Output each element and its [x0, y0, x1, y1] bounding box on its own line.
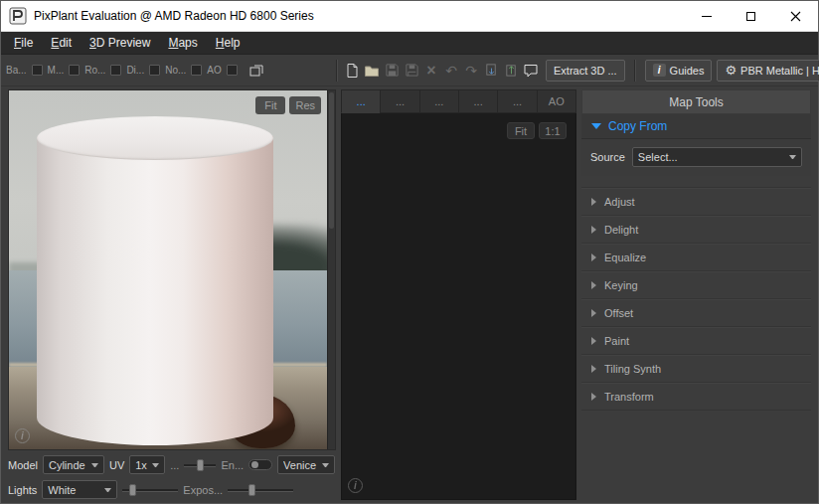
chevron-right-icon — [591, 309, 596, 317]
close-project-button[interactable]: × — [421, 60, 441, 82]
save-button[interactable] — [382, 60, 402, 82]
preview-column: Fit Res i Model Cylinde UV 1x — [8, 89, 336, 500]
maximize-button[interactable] — [729, 1, 773, 31]
speech-bubble-icon — [523, 63, 539, 79]
map-tools-panel: Map Tools Copy From Source Select... Adj… — [581, 89, 811, 500]
uv-scale-value: 1x — [135, 459, 148, 471]
environment-toggle[interactable] — [248, 459, 272, 470]
map-visibility-toggles: Ba... M... Ro... Di... No... AO — [6, 60, 332, 82]
map-fit-button[interactable]: Fit — [507, 122, 535, 139]
redo-button[interactable]: ↷ — [461, 60, 481, 82]
section-paint[interactable]: Paint — [581, 327, 811, 355]
main-content: Fit Res i Model Cylinde UV 1x — [1, 86, 818, 504]
toggle-ao-checkbox[interactable] — [227, 65, 238, 76]
minimize-button[interactable] — [684, 1, 729, 31]
app-logo-icon — [9, 7, 27, 25]
source-label: Source — [590, 151, 625, 163]
map-tab-3[interactable]: ... — [419, 89, 459, 113]
comments-button[interactable] — [521, 60, 541, 82]
chevron-right-icon — [591, 365, 596, 373]
guides-info-icon: i — [653, 64, 666, 77]
preview-3d-viewport[interactable]: Fit Res i — [8, 89, 336, 450]
pbr-mode-label: PBR Metallic | H+V — [740, 65, 819, 77]
map-tab-1[interactable]: ... — [341, 89, 381, 113]
toggle-metallic-checkbox[interactable] — [69, 65, 80, 76]
viewport-info-icon[interactable]: i — [15, 428, 30, 443]
extract-3d-label: Extract 3D ... — [554, 65, 617, 77]
viewport-scrollbar-thumb[interactable] — [329, 92, 334, 229]
map-one-to-one-button[interactable]: 1:1 — [539, 122, 567, 139]
light-intensity-slider[interactable] — [122, 483, 178, 497]
model-select-value: Cylinde — [49, 459, 87, 471]
copy-from-section-header[interactable]: Copy From — [581, 114, 811, 139]
toolbar: Ba... M... Ro... Di... No... AO — [1, 55, 818, 86]
section-adjust[interactable]: Adjust — [581, 188, 811, 216]
toggle-normal-label: No... — [165, 65, 186, 76]
section-offset[interactable]: Offset — [581, 299, 811, 327]
import-map-button[interactable] — [481, 60, 501, 82]
gear-icon: ⚙ — [725, 64, 737, 77]
lights-select[interactable]: White — [42, 480, 117, 499]
chevron-right-icon — [591, 198, 596, 206]
new-project-button[interactable] — [342, 60, 362, 82]
map-view-column: ... ... ... ... ... AO Fit 1:1 i — [341, 89, 576, 500]
environment-select[interactable]: Venice — [277, 455, 335, 474]
menu-help[interactable]: Help — [207, 33, 249, 53]
toggle-roughness-checkbox[interactable] — [110, 65, 121, 76]
displacement-slider[interactable] — [184, 458, 216, 472]
chevron-down-icon — [152, 463, 159, 467]
viewport-scrollbar[interactable] — [327, 90, 335, 449]
toolbar-separator-2 — [634, 60, 636, 82]
more-options-button[interactable]: ... — [170, 459, 179, 471]
section-transform[interactable]: Transform — [581, 383, 811, 411]
titlebar: PixPlant Evaluation @ AMD Radeon HD 6800… — [1, 1, 818, 32]
toggle-normal-checkbox[interactable] — [191, 65, 202, 76]
uv-scale-select[interactable]: 1x — [129, 455, 165, 474]
map-tab-4[interactable]: ... — [458, 89, 498, 113]
viewport-buttons: Fit Res — [255, 96, 321, 114]
menu-edit[interactable]: Edit — [42, 33, 81, 53]
section-adjust-label: Adjust — [604, 196, 635, 208]
chevron-right-icon — [591, 337, 596, 345]
model-select[interactable]: Cylinde — [43, 455, 104, 474]
exposure-label: Expos... — [183, 484, 223, 496]
light-intensity-slider-thumb[interactable] — [129, 484, 136, 496]
map-canvas[interactable]: Fit 1:1 i — [341, 113, 576, 500]
menu-3d-preview[interactable]: 3D Preview — [81, 33, 159, 53]
chevron-down-icon — [591, 123, 601, 129]
export-map-button[interactable] — [501, 60, 521, 82]
section-equalize[interactable]: Equalize — [581, 244, 811, 271]
viewport-res-button[interactable]: Res — [289, 96, 321, 114]
menu-maps[interactable]: Maps — [159, 33, 206, 53]
pbr-mode-button[interactable]: ⚙ PBR Metallic | H+V — [717, 60, 819, 82]
toggle-displacement-checkbox[interactable] — [149, 65, 160, 76]
extract-3d-button[interactable]: Extract 3D ... — [546, 60, 625, 82]
import-icon — [484, 63, 499, 78]
section-keying[interactable]: Keying — [581, 271, 811, 299]
toggle-base-checkbox[interactable] — [32, 65, 43, 76]
map-tabs: ... ... ... ... ... AO — [341, 89, 576, 113]
menu-file[interactable]: File — [5, 33, 42, 53]
section-delight[interactable]: Delight — [581, 216, 811, 244]
save-as-button[interactable] — [402, 60, 421, 82]
map-tab-ao[interactable]: AO — [537, 89, 576, 113]
undo-button[interactable]: ↶ — [441, 60, 461, 82]
environment-select-value: Venice — [283, 459, 318, 471]
section-tiling-synth[interactable]: Tiling Synth — [581, 355, 811, 383]
map-tab-5[interactable]: ... — [497, 89, 537, 113]
exposure-slider[interactable] — [228, 483, 293, 497]
source-select[interactable]: Select... — [632, 147, 802, 167]
window-title: PixPlant Evaluation @ AMD Radeon HD 6800… — [34, 9, 314, 23]
exposure-slider-thumb[interactable] — [248, 484, 255, 496]
close-button[interactable] — [773, 1, 818, 31]
open-button[interactable] — [362, 60, 382, 82]
displacement-slider-thumb[interactable] — [197, 459, 204, 471]
map-tab-2[interactable]: ... — [380, 89, 419, 113]
toolbar-right-group: Extract 3D ... i Guides ⚙ PBR Metallic |… — [521, 60, 819, 82]
map-info-icon[interactable]: i — [348, 478, 363, 493]
guides-button[interactable]: i Guides — [645, 60, 713, 82]
tool-sections: Adjust Delight Equalize Keying Offset — [581, 187, 811, 411]
viewport-fit-button[interactable]: Fit — [255, 96, 285, 114]
popout-view-button[interactable] — [246, 60, 266, 82]
copy-from-label: Copy From — [608, 119, 667, 133]
